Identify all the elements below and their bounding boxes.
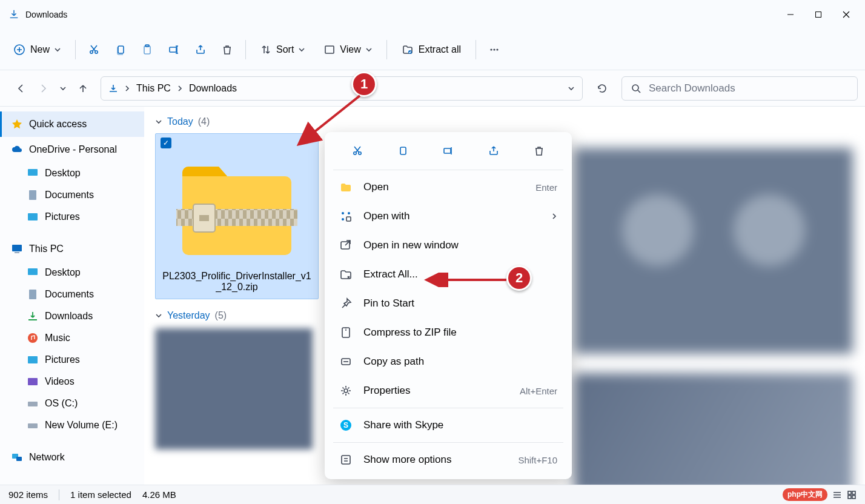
sidebar-videos[interactable]: Videos [0, 371, 144, 393]
downloads-icon [27, 310, 39, 322]
svg-rect-37 [444, 148, 451, 153]
sort-button[interactable]: Sort [252, 38, 313, 62]
ctx-pin-to-start[interactable]: Pin to Start [330, 289, 567, 318]
svg-rect-51 [848, 491, 851, 494]
sidebar-quick-access[interactable]: Quick access [0, 111, 144, 137]
sidebar-desktop-2[interactable]: Desktop [0, 262, 144, 284]
svg-text:S: S [343, 421, 348, 429]
ctx-show-more[interactable]: Show more options Shift+F10 [330, 445, 567, 474]
svg-rect-18 [15, 252, 19, 253]
search-placeholder: Search Downloads [649, 82, 735, 94]
ctx-copy-path[interactable]: Copy as path [330, 347, 567, 376]
breadcrumb-thispc[interactable]: This PC [136, 83, 171, 94]
ctx-open[interactable]: Open Enter [330, 173, 567, 202]
ctx-open-new-window[interactable]: Open in new window [330, 231, 567, 260]
sidebar-desktop[interactable]: Desktop [0, 162, 144, 184]
address-dropdown[interactable] [568, 85, 575, 92]
more-options-icon [339, 453, 353, 466]
sidebar-onedrive[interactable]: OneDrive - Personal [0, 137, 144, 162]
annotation-arrow-1 [293, 90, 372, 150]
svg-point-13 [632, 85, 638, 91]
svg-point-11 [493, 48, 495, 50]
sidebar-documents-2[interactable]: Documents [0, 284, 144, 305]
blurred-thumbnail[interactable] [574, 148, 853, 354]
skype-icon: S [339, 419, 353, 432]
search-box[interactable]: Search Downloads [621, 76, 858, 101]
up-button[interactable] [78, 83, 88, 94]
documents-icon [27, 288, 39, 300]
blurred-thumbnail[interactable] [155, 328, 313, 449]
sidebar-this-pc[interactable]: This PC [0, 236, 144, 262]
new-label: New [30, 44, 50, 55]
sidebar-downloads[interactable]: Downloads [0, 305, 144, 327]
extract-all-button[interactable]: Extract all [393, 38, 469, 62]
navigation-row: This PC Downloads Search Downloads [0, 70, 865, 107]
svg-rect-19 [28, 268, 38, 275]
paste-button[interactable] [135, 38, 159, 62]
ctx-open-with[interactable]: Open with [330, 202, 567, 231]
breadcrumb-downloads[interactable]: Downloads [189, 83, 237, 94]
chevron-down-icon [55, 47, 61, 53]
share-button[interactable] [188, 38, 213, 62]
maximize-button[interactable] [804, 5, 832, 24]
file-item-selected[interactable]: ✓ PL2303_Prolific_DriverInstaller_v1_12_… [155, 133, 319, 299]
network-icon [11, 451, 23, 463]
ctx-rename-button[interactable] [436, 141, 460, 161]
recent-button[interactable] [59, 85, 67, 92]
navigation-pane[interactable]: Quick access OneDrive - Personal Desktop… [0, 107, 144, 485]
refresh-button[interactable] [590, 76, 614, 101]
separator [476, 40, 476, 59]
minimize-button[interactable] [777, 5, 804, 24]
svg-point-21 [28, 333, 38, 343]
cut-button[interactable] [82, 38, 106, 62]
rename-button[interactable] [162, 38, 186, 62]
sidebar-network[interactable]: Network [0, 445, 144, 470]
thumbnails-view-button[interactable] [847, 490, 857, 500]
delete-button[interactable] [215, 38, 239, 62]
nav-arrows [7, 83, 93, 94]
ctx-share-button[interactable] [482, 141, 506, 161]
copy-button[interactable] [108, 38, 133, 62]
view-button[interactable]: View [316, 38, 380, 62]
ctx-skype[interactable]: S Share with Skype [330, 411, 567, 440]
svg-rect-16 [28, 213, 38, 220]
sidebar-pictures[interactable]: Pictures [0, 206, 144, 228]
more-button[interactable] [482, 38, 506, 62]
chevron-right-icon [551, 213, 557, 219]
status-selected: 1 item selected [70, 489, 131, 500]
svg-rect-8 [325, 46, 334, 53]
details-view-button[interactable] [832, 490, 842, 500]
svg-rect-54 [852, 496, 855, 499]
music-icon [27, 332, 39, 344]
forward-button[interactable] [38, 83, 48, 94]
ctx-properties[interactable]: Properties Alt+Enter [330, 376, 567, 405]
checkbox-icon[interactable]: ✓ [161, 138, 171, 148]
extract-icon [402, 44, 414, 56]
sidebar-pictures-2[interactable]: Pictures [0, 349, 144, 371]
svg-rect-14 [28, 169, 38, 176]
zip-icon [339, 326, 353, 339]
ctx-copy-button[interactable] [391, 141, 415, 161]
svg-point-45 [344, 389, 348, 393]
ctx-delete-button[interactable] [527, 141, 551, 161]
back-button[interactable] [16, 83, 27, 94]
chevron-right-icon [124, 85, 130, 91]
sidebar-osc[interactable]: OS (C:) [0, 393, 144, 414]
search-icon [631, 83, 641, 94]
properties-icon [339, 384, 353, 397]
ctx-compress[interactable]: Compress to ZIP file [330, 318, 567, 347]
blurred-thumbnail[interactable] [574, 373, 853, 485]
view-label: View [340, 44, 360, 55]
status-bar: 902 items 1 item selected 4.26 MB php中文网 [0, 485, 865, 504]
new-button[interactable]: New [5, 38, 69, 62]
sidebar-documents[interactable]: Documents [0, 184, 144, 206]
close-button[interactable] [832, 5, 860, 24]
chevron-down-icon [155, 118, 162, 125]
separator [386, 40, 387, 59]
svg-rect-27 [16, 457, 22, 461]
group-today[interactable]: Today (4) [155, 116, 854, 127]
svg-point-39 [348, 212, 350, 214]
rename-icon [168, 44, 180, 56]
sidebar-newvol[interactable]: New Volume (E:) [0, 414, 144, 436]
sidebar-music[interactable]: Music [0, 327, 144, 349]
